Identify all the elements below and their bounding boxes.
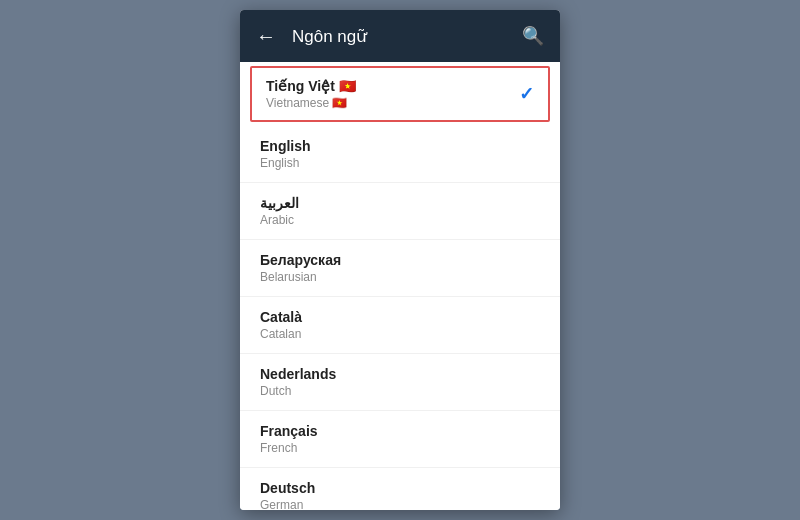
language-item-0[interactable]: Tiếng Việt 🇻🇳Vietnamese 🇻🇳✓ [250, 66, 550, 122]
back-button[interactable]: ← [256, 25, 276, 48]
language-item-2[interactable]: العربيةArabic [240, 183, 560, 240]
lang-sub-0: Vietnamese 🇻🇳 [266, 96, 356, 110]
lang-name-2: العربية [260, 195, 299, 211]
phone-container: ← Ngôn ngữ 🔍 Tiếng Việt 🇻🇳Vietnamese 🇻🇳✓… [240, 10, 560, 510]
lang-name-4: Català [260, 309, 302, 325]
lang-sub-6: French [260, 441, 318, 455]
lang-sub-7: German [260, 498, 315, 510]
lang-name-0: Tiếng Việt 🇻🇳 [266, 78, 356, 94]
lang-sub-5: Dutch [260, 384, 336, 398]
language-item-5[interactable]: NederlandsDutch [240, 354, 560, 411]
language-list: Tiếng Việt 🇻🇳Vietnamese 🇻🇳✓EnglishEnglis… [240, 62, 560, 510]
lang-name-7: Deutsch [260, 480, 315, 496]
lang-name-1: English [260, 138, 311, 154]
header-title: Ngôn ngữ [292, 26, 522, 47]
language-item-4[interactable]: CatalàCatalan [240, 297, 560, 354]
lang-name-5: Nederlands [260, 366, 336, 382]
lang-sub-4: Catalan [260, 327, 302, 341]
search-icon[interactable]: 🔍 [522, 25, 544, 47]
lang-sub-1: English [260, 156, 311, 170]
language-item-3[interactable]: БеларускаяBelarusian [240, 240, 560, 297]
lang-sub-3: Belarusian [260, 270, 341, 284]
lang-name-3: Беларуская [260, 252, 341, 268]
lang-name-6: Français [260, 423, 318, 439]
language-item-1[interactable]: EnglishEnglish [240, 126, 560, 183]
header: ← Ngôn ngữ 🔍 [240, 10, 560, 62]
check-icon: ✓ [519, 83, 534, 105]
lang-sub-2: Arabic [260, 213, 299, 227]
language-item-6[interactable]: FrançaisFrench [240, 411, 560, 468]
language-item-7[interactable]: DeutschGerman [240, 468, 560, 510]
